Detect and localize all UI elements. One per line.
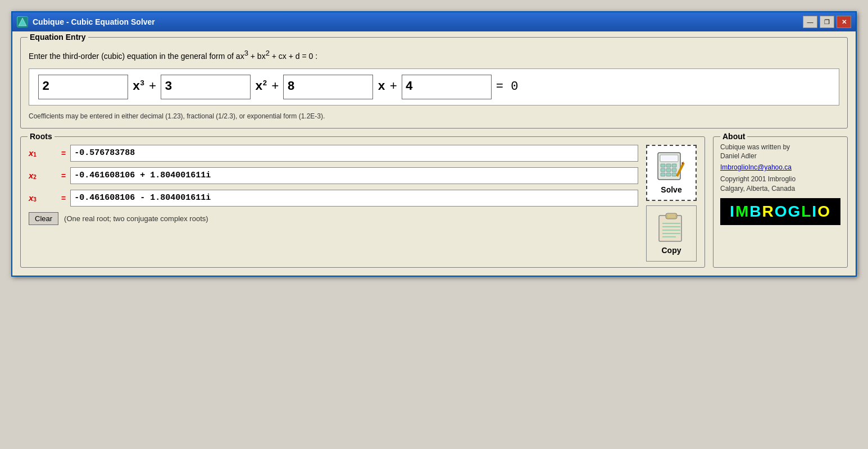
action-buttons: Solve (646, 145, 697, 262)
root-2-value[interactable] (70, 167, 638, 184)
equation-entry-label: Equation Entry (28, 33, 88, 42)
clear-row: Clear (One real root; two conjugate comp… (29, 212, 638, 225)
svg-rect-7 (672, 164, 676, 167)
x-cubed-label: x3 (133, 79, 144, 94)
copy-label: Copy (662, 246, 681, 255)
root-1-equals: = (61, 149, 66, 158)
about-line1: Cubique was written by Daniel Adler (720, 143, 840, 162)
about-copyright: Copyright 2001 Imbroglio Calgary, Albert… (720, 175, 840, 194)
root-3-value[interactable] (70, 190, 638, 207)
plus-2: + (271, 80, 279, 94)
status-text: (One real root; two conjugate complex ro… (64, 214, 208, 223)
root-3-equals: = (61, 194, 66, 203)
root-1-label: x1 (29, 148, 57, 158)
root-3-label: x3 (29, 193, 57, 203)
app-icon (17, 16, 28, 28)
clipboard-icon (657, 212, 686, 244)
svg-rect-9 (666, 168, 671, 172)
about-group: About Cubique was written by Daniel Adle… (713, 136, 848, 268)
roots-label: Roots (28, 132, 54, 141)
bottom-section: Roots x1 = x2 = (20, 136, 848, 268)
window-title: Cubique - Cubic Equation Solver (33, 17, 155, 26)
equals-zero: = 0 (496, 80, 519, 94)
content-area: Equation Entry Enter the third-order (cu… (12, 31, 856, 276)
minimize-button[interactable]: — (803, 16, 817, 28)
title-bar: Cubique - Cubic Equation Solver — ❐ ✕ (12, 12, 856, 31)
root-1-row: x1 = (29, 145, 638, 162)
about-email[interactable]: ImbrogIioInc@yahoo.ca (720, 163, 840, 171)
about-label: About (720, 132, 747, 141)
title-left: Cubique - Cubic Equation Solver (17, 16, 155, 28)
coefficient-c-input[interactable] (283, 75, 373, 99)
svg-rect-10 (672, 168, 676, 172)
root-2-label: x2 (29, 171, 57, 180)
root-2-row: x2 = (29, 167, 638, 184)
x-label: x (378, 80, 385, 94)
calculator-icon (657, 152, 686, 183)
svg-rect-11 (661, 173, 665, 176)
solve-label: Solve (661, 185, 681, 194)
plus-3: + (390, 80, 397, 94)
root-3-row: x3 = (29, 190, 638, 207)
app-window: Cubique - Cubic Equation Solver — ❐ ✕ Eq… (11, 11, 857, 277)
close-button[interactable]: ✕ (837, 16, 851, 28)
svg-rect-5 (661, 164, 665, 167)
maximize-button[interactable]: ❐ (820, 16, 834, 28)
roots-values: x1 = x2 = x3 = (29, 145, 638, 262)
x-squared-label: x2 (255, 79, 267, 94)
coefficient-b-input[interactable] (161, 75, 251, 99)
root-2-equals: = (61, 171, 66, 180)
svg-rect-18 (667, 214, 675, 218)
roots-group: Roots x1 = x2 = (20, 136, 705, 268)
title-controls: — ❐ ✕ (803, 16, 851, 28)
svg-rect-4 (661, 156, 677, 161)
svg-rect-13 (672, 173, 676, 176)
root-1-value[interactable] (70, 145, 638, 162)
equation-description: Enter the third-order (cubic) equation i… (29, 49, 839, 61)
coefficient-a-input[interactable] (38, 75, 128, 99)
svg-rect-6 (666, 164, 671, 167)
roots-content: x1 = x2 = x3 = (29, 145, 697, 262)
svg-rect-16 (659, 216, 681, 241)
svg-rect-12 (666, 173, 671, 176)
svg-rect-8 (661, 168, 665, 172)
clear-button[interactable]: Clear (29, 212, 58, 225)
copy-button[interactable]: Copy (646, 205, 697, 262)
solve-button[interactable]: Solve (646, 145, 697, 201)
coefficient-d-input[interactable] (402, 75, 492, 99)
imbroglio-logo: iMBROGLiO (720, 198, 840, 225)
coefficients-hint: Coefficients may be entered in either de… (29, 112, 839, 120)
plus-1: + (149, 80, 156, 94)
equation-input-row: x3 + x2 + x + = 0 (29, 68, 839, 106)
equation-entry-group: Equation Entry Enter the third-order (cu… (20, 37, 848, 129)
